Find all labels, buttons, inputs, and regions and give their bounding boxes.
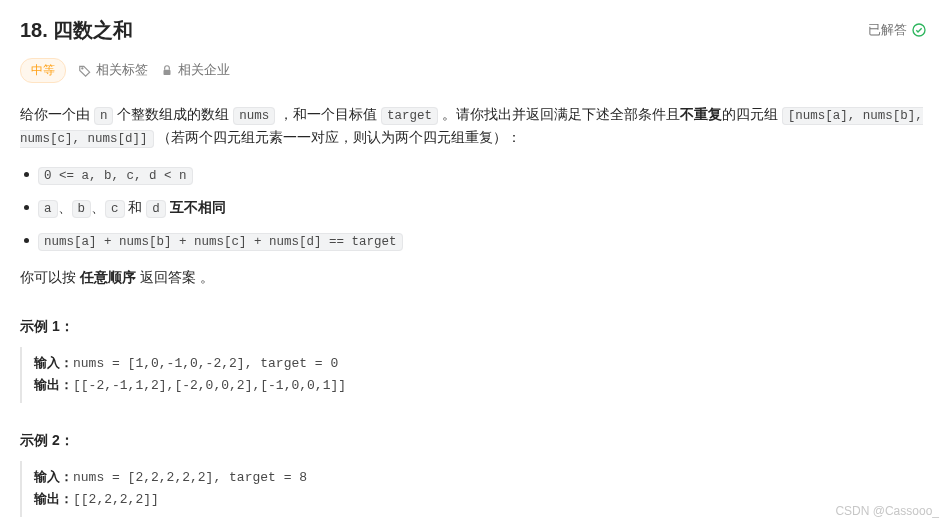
paragraph-2: 你可以按 任意顺序 返回答案 。 bbox=[20, 266, 927, 288]
bold-unique: 不重复 bbox=[680, 106, 722, 122]
tag-icon bbox=[78, 64, 92, 78]
paragraph-1: 给你一个由 n 个整数组成的数组 nums ，和一个目标值 target 。请你… bbox=[20, 103, 927, 149]
text: 个整数组成的数组 bbox=[113, 106, 233, 122]
solved-badge: 已解答 bbox=[868, 20, 927, 41]
example-1-output: [[-2,-1,1,2],[-2,0,0,2],[-1,0,0,1]] bbox=[73, 378, 346, 393]
example-2-block: 输入：nums = [2,2,2,2,2], target = 8 输出：[[2… bbox=[20, 461, 927, 517]
text: 的四元组 bbox=[722, 106, 782, 122]
text: （若两个四元组元素一一对应，则认为两个四元组重复）： bbox=[154, 129, 522, 145]
output-label: 输出： bbox=[34, 377, 73, 392]
lock-icon bbox=[160, 64, 174, 78]
bold-distinct: 互不相同 bbox=[166, 199, 226, 215]
text: 、 bbox=[91, 199, 105, 215]
text: 你可以按 bbox=[20, 269, 80, 285]
companies-chip[interactable]: 相关企业 bbox=[160, 60, 230, 81]
conditions-list: 0 <= a, b, c, d < n a、b、c 和 d 互不相同 nums[… bbox=[20, 163, 927, 252]
tags-chip[interactable]: 相关标签 bbox=[78, 60, 148, 81]
problem-title: 18. 四数之和 bbox=[20, 14, 133, 46]
tags-label: 相关标签 bbox=[96, 60, 148, 81]
text: 、 bbox=[58, 199, 72, 215]
output-label: 输出： bbox=[34, 491, 73, 506]
code-cond1: 0 <= a, b, c, d < n bbox=[38, 167, 193, 185]
companies-label: 相关企业 bbox=[178, 60, 230, 81]
example-1-title: 示例 1： bbox=[20, 315, 927, 337]
code-nums: nums bbox=[233, 107, 275, 125]
meta-row: 中等 相关标签 相关企业 bbox=[20, 58, 927, 83]
list-item: a、b、c 和 d 互不相同 bbox=[20, 196, 927, 219]
code-d: d bbox=[146, 200, 166, 218]
input-label: 输入： bbox=[34, 355, 73, 370]
code-b: b bbox=[72, 200, 92, 218]
text: 返回答案 。 bbox=[136, 269, 214, 285]
list-item: nums[a] + nums[b] + nums[c] + nums[d] ==… bbox=[20, 229, 927, 252]
input-label: 输入： bbox=[34, 469, 73, 484]
svg-point-1 bbox=[82, 67, 83, 68]
svg-point-0 bbox=[913, 24, 925, 36]
problem-content: 给你一个由 n 个整数组成的数组 nums ，和一个目标值 target 。请你… bbox=[20, 103, 927, 516]
code-target: target bbox=[381, 107, 438, 125]
text: 和 bbox=[125, 199, 147, 215]
bold-order: 任意顺序 bbox=[80, 269, 136, 285]
code-c: c bbox=[105, 200, 125, 218]
code-a: a bbox=[38, 200, 58, 218]
example-1-input: nums = [1,0,-1,0,-2,2], target = 0 bbox=[73, 356, 338, 371]
example-1-block: 输入：nums = [1,0,-1,0,-2,2], target = 0 输出… bbox=[20, 347, 927, 403]
text: 给你一个由 bbox=[20, 106, 94, 122]
header-row: 18. 四数之和 已解答 bbox=[20, 14, 927, 46]
watermark: CSDN @Cassooo_ bbox=[835, 502, 939, 521]
solved-label: 已解答 bbox=[868, 20, 907, 41]
code-cond3: nums[a] + nums[b] + nums[c] + nums[d] ==… bbox=[38, 233, 403, 251]
list-item: 0 <= a, b, c, d < n bbox=[20, 163, 927, 186]
check-circle-icon bbox=[911, 22, 927, 38]
text: 。请你找出并返回满足下述全部条件且 bbox=[438, 106, 680, 122]
code-n: n bbox=[94, 107, 114, 125]
example-2-output: [[2,2,2,2]] bbox=[73, 492, 159, 507]
example-2-input: nums = [2,2,2,2,2], target = 8 bbox=[73, 470, 307, 485]
svg-rect-2 bbox=[164, 69, 171, 74]
text: ，和一个目标值 bbox=[275, 106, 381, 122]
example-2-title: 示例 2： bbox=[20, 429, 927, 451]
difficulty-badge: 中等 bbox=[20, 58, 66, 83]
